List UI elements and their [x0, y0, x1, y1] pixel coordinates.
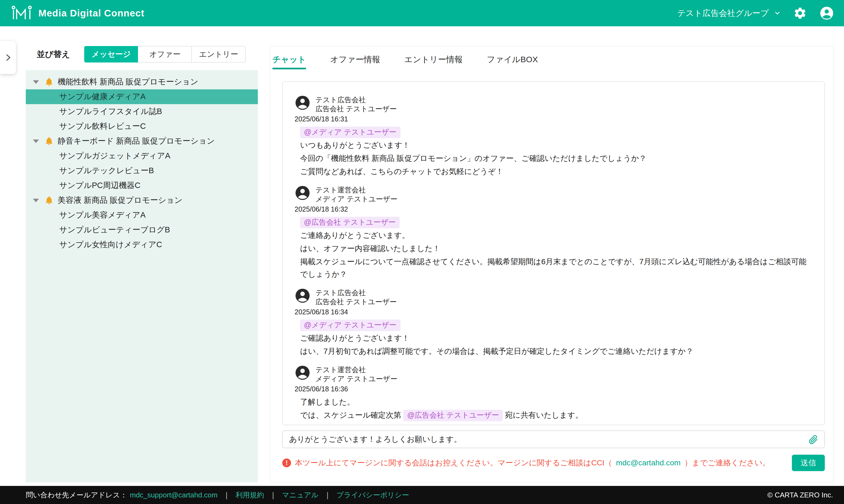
sidebar-tab-entry[interactable]: エントリー	[192, 46, 245, 62]
settings-gear-icon[interactable]	[794, 6, 807, 20]
bell-icon	[45, 196, 54, 205]
logo-mark-icon	[11, 5, 32, 21]
message-text: ご確認ありがとうございます！	[300, 334, 410, 342]
main-tab-chat[interactable]: チャット	[270, 46, 318, 69]
tree-group[interactable]: 美容液 新商品 販促プロモーション	[26, 193, 258, 208]
avatar-icon	[295, 185, 310, 201]
message-line: ご連絡ありがとうございます。	[300, 229, 813, 242]
message-timestamp: 2025/06/18 16:32	[295, 205, 813, 213]
message-body: @広告会社 テストユーザーご連絡ありがとうございます。はい、オファー内容確認いた…	[295, 216, 813, 281]
warning-email-link[interactable]: mdc@cartahd.com	[616, 458, 681, 467]
footer-link-manual[interactable]: マニュアル	[282, 490, 318, 500]
footer-link-privacy[interactable]: プライバシーポリシー	[337, 490, 409, 500]
chat-message: テスト広告会社 広告会社 テストユーザー 2025/06/18 16:34 @メ…	[295, 288, 813, 358]
sidebar-tab-message[interactable]: メッセージ	[84, 46, 138, 62]
main-tabs: チャットオファー情報エントリー情報ファイルBOX	[270, 46, 833, 69]
message-line: では、スケジュール確定次第 @広告会社 テストユーザー 宛に共有いたします。	[300, 409, 813, 421]
footer-left: 問い合わせ先メールアドレス： mdc_support@cartahd.com ｜…	[26, 490, 409, 500]
mention-chip: @メディア テストユーザー	[300, 320, 400, 331]
tree-item[interactable]: サンプルビューティーブログB	[26, 222, 258, 237]
avatar-icon	[295, 95, 310, 111]
tree-group[interactable]: 静音キーボード 新商品 販促プロモーション	[26, 134, 258, 148]
message-input[interactable]	[289, 435, 808, 444]
message-text: いつもありがとうございます！	[300, 141, 410, 149]
tree-group[interactable]: 機能性飲料 新商品 販促プロモーション	[26, 74, 258, 89]
message-names: テスト運営会社 メディア テストユーザー	[315, 365, 397, 383]
contact-label: 問い合わせ先メールアドレス：	[26, 490, 127, 500]
message-user: 広告会社 テストユーザー	[315, 298, 397, 306]
message-line: @広告会社 テストユーザー	[300, 216, 813, 229]
message-timestamp: 2025/06/18 16:36	[295, 385, 813, 393]
message-body: @メディア テストユーザーいつもありがとうございます！今回の「機能性飲料 新商品…	[295, 126, 813, 178]
group-selector-label: テスト広告会社グループ	[677, 8, 769, 19]
message-text: 掲載スケジュールについて一点確認させてください。掲載希望期間は6月末までとのこと…	[300, 257, 806, 278]
avatar-icon	[295, 288, 310, 304]
message-line: はい、オファー内容確認いたしました！	[300, 242, 813, 255]
tree-item[interactable]: サンプル飲料レビューC	[26, 119, 258, 134]
footer-separator: ｜	[324, 490, 331, 500]
main-tab-offer-info[interactable]: オファー情報	[318, 46, 392, 69]
footer-link-terms[interactable]: 利用規約	[236, 490, 264, 500]
group-selector[interactable]: テスト広告会社グループ	[677, 8, 781, 19]
project-tree[interactable]: 機能性飲料 新商品 販促プロモーション サンプル健康メディアA サンプルライフス…	[26, 70, 258, 482]
tree-item[interactable]: サンプルガジェットメディアA	[26, 148, 258, 163]
sidebar-tabs: メッセージオファーエントリー	[84, 46, 245, 62]
footer: 問い合わせ先メールアドレス： mdc_support@cartahd.com ｜…	[0, 486, 844, 504]
message-header: テスト広告会社 広告会社 テストユーザー	[295, 95, 813, 113]
message-list: テスト広告会社 広告会社 テストユーザー 2025/06/18 16:31 @メ…	[295, 95, 813, 421]
tree-item-label: サンプルテックレビューB	[59, 165, 154, 176]
main-tab-filebox[interactable]: ファイルBOX	[475, 46, 550, 69]
tree-item-label: サンプル美容メディアA	[59, 210, 145, 221]
message-names: テスト広告会社 広告会社 テストユーザー	[315, 95, 397, 113]
action-row: ! 本ツール上にてマージンに関する会話はお控えください。マージンに関するご相談は…	[282, 455, 825, 471]
tree-item[interactable]: サンプル美容メディアA	[26, 208, 258, 222]
message-user: メディア テストユーザー	[315, 195, 397, 204]
message-line: ご確認ありがとうございます！	[300, 332, 813, 344]
message-line: 了解しました。	[300, 396, 813, 408]
message-header: テスト運営会社 メディア テストユーザー	[295, 185, 813, 204]
tree-item-label: サンプルPC周辺機器C	[59, 180, 140, 191]
caret-down-icon[interactable]	[33, 199, 39, 202]
message-timestamp: 2025/06/18 16:31	[295, 115, 813, 123]
footer-links: ｜利用規約｜マニュアル｜プライバシーポリシー	[218, 490, 409, 500]
tree-item[interactable]: サンプル健康メディアA	[26, 89, 258, 104]
message-line: 今回の「機能性飲料 新商品 販促プロモーション」のオファー、ご確認いただけました…	[300, 152, 813, 165]
main-tab-entry-info[interactable]: エントリー情報	[392, 46, 475, 69]
sidebar-collapse-handle[interactable]	[0, 41, 16, 74]
message-user: メディア テストユーザー	[315, 374, 397, 383]
message-text: 宛に共有いたします。	[503, 411, 583, 419]
message-line: @メディア テストユーザー	[300, 319, 813, 331]
tree-item[interactable]: サンプル女性向けメディアC	[26, 237, 258, 252]
message-text: ご連絡ありがとうございます。	[300, 231, 410, 239]
app-logo: Media Digital Connect	[11, 5, 144, 21]
message-line: はい、7月初旬であれば調整可能です。その場合は、掲載予定日が確定したタイミングで…	[300, 345, 813, 358]
message-body: @メディア テストユーザーご確認ありがとうございます！はい、7月初旬であれば調整…	[295, 319, 813, 358]
composer	[282, 431, 825, 448]
footer-separator: ｜	[223, 490, 230, 500]
tree-item[interactable]: サンプルPC周辺機器C	[26, 178, 258, 193]
account-icon[interactable]	[819, 6, 834, 21]
mention-chip: @広告会社 テストユーザー	[403, 410, 503, 421]
tree-group-label: 美容液 新商品 販促プロモーション	[57, 195, 183, 206]
attachment-paperclip-icon[interactable]	[808, 434, 819, 445]
tree-item[interactable]: サンプルテックレビューB	[26, 163, 258, 178]
caret-down-icon[interactable]	[33, 80, 39, 84]
footer-contact-email-link[interactable]: mdc_support@cartahd.com	[130, 491, 218, 499]
message-names: テスト広告会社 広告会社 テストユーザー	[315, 288, 397, 306]
margin-warning: ! 本ツール上にてマージンに関する会話はお控えください。マージンに関するご相談は…	[282, 458, 770, 468]
copyright: © CARTA ZERO Inc.	[768, 491, 833, 499]
tree-group-label: 機能性飲料 新商品 販促プロモーション	[57, 76, 198, 87]
message-body: 了解しました。では、スケジュール確定次第 @広告会社 テストユーザー 宛に共有い…	[295, 396, 813, 421]
sort-label: 並び替え	[37, 49, 70, 60]
sidebar-tab-offer[interactable]: オファー	[138, 46, 192, 62]
caret-down-icon[interactable]	[33, 140, 39, 143]
message-text: ご質問などあれば、こちらのチャットでお気軽にどうぞ！	[300, 167, 503, 176]
chat-panel[interactable]: テスト広告会社 広告会社 テストユーザー 2025/06/18 16:31 @メ…	[282, 82, 825, 425]
warning-icon: !	[282, 458, 291, 467]
tree-item[interactable]: サンプルライフスタイル誌B	[26, 104, 258, 119]
send-button[interactable]: 送信	[792, 455, 825, 471]
warning-text-before: 本ツール上にてマージンに関する会話はお控えください。マージンに関するご相談はCC…	[295, 458, 612, 468]
message-text: では、スケジュール確定次第	[300, 411, 403, 419]
app-header: Media Digital Connect テスト広告会社グループ	[0, 0, 844, 26]
bell-icon	[45, 77, 54, 87]
